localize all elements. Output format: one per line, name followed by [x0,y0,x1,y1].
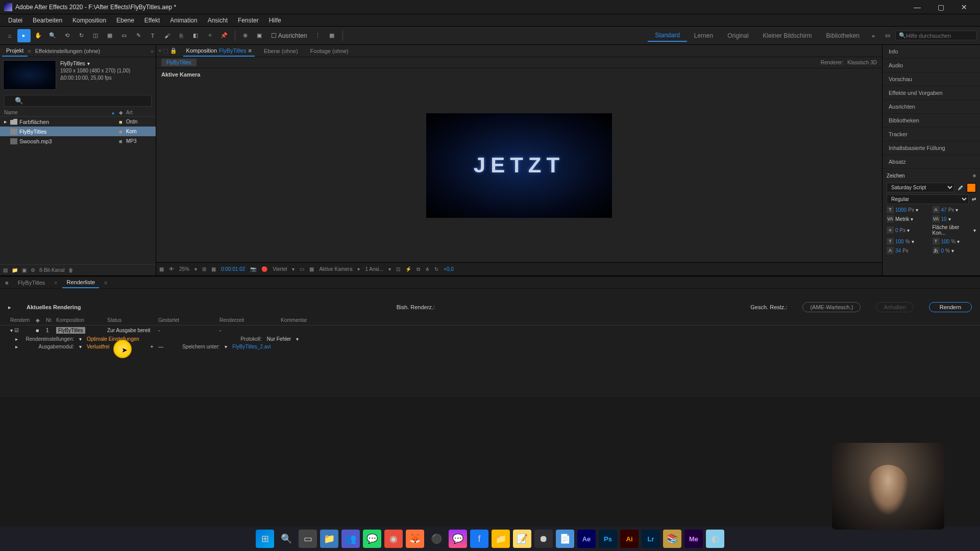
channel-icon[interactable]: 🔴 [261,266,267,272]
taskbar-editor-icon[interactable]: 📄 [556,530,574,548]
comp-thumbnail[interactable] [3,60,56,90]
font-size-value[interactable]: 1000 [895,207,906,213]
interpret-icon[interactable]: ▤ [3,267,8,273]
menu-hilfe[interactable]: Hilfe [264,15,286,26]
fill-color-swatch[interactable] [967,183,976,192]
taskbar-ps-icon[interactable]: Ps [599,530,617,548]
taskbar-me-icon[interactable]: Me [684,530,703,548]
taskbar-firefox-icon[interactable]: 🦊 [406,530,424,548]
snap-checkbox[interactable]: ☐ Ausrichten [267,30,311,41]
queue-row[interactable]: ▾ ☑ ■ 1 FlyByTitles Zur Ausgabe bereit -… [0,325,980,335]
clone-tool[interactable]: ⎘ [175,29,188,42]
eyedropper-icon[interactable]: 💉 [958,185,964,190]
res-full-icon[interactable]: ⊞ [202,266,206,272]
hand-tool[interactable]: ✋ [32,29,45,42]
taskbar-whatsapp-icon[interactable]: 💬 [363,530,381,548]
composition-viewer[interactable]: Aktive Kamera JETZT [156,68,882,262]
reset-exposure-icon[interactable]: ↻ [434,266,438,272]
add-output-icon[interactable]: + [150,344,153,349]
menu-datei[interactable]: Datei [3,15,28,26]
text-tool[interactable]: T [146,29,159,42]
menu-ebene[interactable]: Ebene [111,15,139,26]
puppet-tool[interactable]: 📌 [217,29,231,42]
close-button[interactable]: ✕ [952,0,976,14]
workspace-original[interactable]: Original [720,30,755,41]
tab-project[interactable]: Projekt [2,45,28,57]
tab-composition[interactable]: Komposition FlyByTitles ≡ [183,45,255,57]
tab-footage[interactable]: Footage (ohne) [307,46,352,56]
region-icon[interactable]: ▭ [300,266,304,272]
comp-name-label[interactable]: FlyByTitles ▾ [60,60,130,67]
render-button[interactable]: Rendern [929,302,972,312]
shape-tool[interactable]: ▭ [117,29,131,42]
character-menu-icon[interactable]: ≡ [973,173,976,179]
pen-tool[interactable]: ✎ [132,29,145,42]
panel-preview[interactable]: Vorschau [883,72,980,86]
start-button[interactable]: ⊞ [256,530,274,548]
workspace-standard[interactable]: Standard [648,30,687,42]
project-search-input[interactable] [4,95,152,107]
transparency-icon[interactable]: ▦ [309,266,314,272]
brush-tool[interactable]: 🖌 [160,29,174,42]
pixel-aspect-icon[interactable]: ⊡ [396,266,400,272]
tab-timeline-comp[interactable]: FlyByTitles [14,278,49,288]
snap-options-icon[interactable]: ⋮ [311,29,324,42]
taskbar-books-icon[interactable]: 📚 [663,530,681,548]
workspace-libraries[interactable]: Bibliotheken [819,30,867,41]
eraser-tool[interactable]: ◧ [189,29,202,42]
tsume-value[interactable]: 0 [941,248,944,254]
kerning-value[interactable]: Metrik [895,216,909,222]
new-comp-icon[interactable]: ▣ [22,267,27,273]
selection-tool[interactable]: ▸ [17,29,31,42]
taskbar-ai-icon[interactable]: Ai [620,530,639,548]
pan-behind-tool[interactable]: ▦ [103,29,116,42]
menu-fenster[interactable]: Fenster [233,15,264,26]
taskbar-app2-icon[interactable]: ⚫ [427,530,446,548]
snapshot-icon[interactable]: 📷 [250,266,256,272]
views-dropdown[interactable]: 1 Ansi... [365,266,383,272]
comp-breadcrumb[interactable]: FlyByTitles [161,59,197,66]
taskbar-teams-icon[interactable]: 👥 [341,530,360,548]
panel-close-icon[interactable]: » [151,48,154,54]
stroke-swap-icon[interactable]: ⇄ [972,196,976,202]
render-settings-link[interactable]: Optimale Einstellungen [87,336,139,342]
tab-render-queue[interactable]: Renderliste [62,277,99,288]
panel-content-fill[interactable]: Inhaltsbasierte Füllung [883,141,980,155]
taskbar-messenger-icon[interactable]: 💬 [449,530,467,548]
tab-layer[interactable]: Ebene (ohne) [261,46,301,56]
font-style-select[interactable]: Regular [887,194,969,204]
workspace-reset-icon[interactable]: ▭ [881,29,894,42]
tracking-value[interactable]: 10 [941,216,947,222]
alpha-icon[interactable]: ▦ [159,266,164,272]
project-item-folder[interactable]: ▸ Farbflächen ■ Ordn [0,117,156,127]
stop-button[interactable]: Anhalten [876,302,913,312]
zoom-dropdown[interactable]: 25% [179,266,189,272]
taskbar-search-icon[interactable]: 🔍 [277,530,296,548]
taskbar-taskview-icon[interactable]: ▭ [299,530,317,548]
settings-icon[interactable]: ⚙ [31,267,35,273]
mask-icon[interactable]: ▣ [253,29,266,42]
roto-tool[interactable]: ✧ [203,29,216,42]
menu-effekt[interactable]: Effekt [139,15,165,26]
menu-ansicht[interactable]: Ansicht [203,15,233,26]
vscale-value[interactable]: 100 [895,239,904,244]
grid-icon[interactable]: ▦ [325,29,338,42]
ame-queue-button[interactable]: (AME-Wartesch.) [802,302,861,312]
taskbar-lr-icon[interactable]: Lr [642,530,660,548]
baseline-value[interactable]: 34 [895,248,901,254]
help-search[interactable]: 🔍 [895,31,977,40]
grid-toggle-icon[interactable]: ▦ [211,266,216,272]
minimize-button[interactable]: — [905,0,929,14]
panel-effects[interactable]: Effekte und Vorgaben [883,86,980,100]
taskbar-facebook-icon[interactable]: f [470,530,488,548]
panel-tracker[interactable]: Tracker [883,128,980,141]
bit-depth[interactable]: 8-Bit-Kanal [39,267,64,273]
panel-paragraph[interactable]: Absatz [883,155,980,169]
taskbar-explorer-icon[interactable]: 📁 [320,530,338,548]
project-item-comp[interactable]: FlyByTitles ■ Kom [0,127,156,136]
protocol-value[interactable]: Nur Fehler [267,336,291,342]
camera-dropdown[interactable]: Aktive Kamera [319,266,352,272]
taskbar-notes-icon[interactable]: 📝 [513,530,531,548]
resolution-dropdown[interactable]: Viertel [273,266,287,272]
taskbar-app-icon[interactable]: ◉ [384,530,403,548]
